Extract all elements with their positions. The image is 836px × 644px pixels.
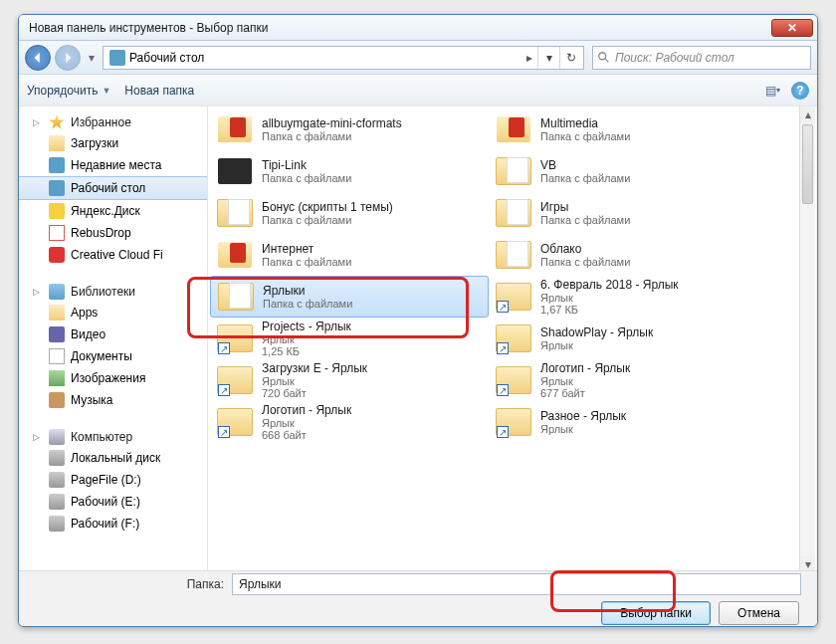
folder-icon [216, 239, 254, 271]
select-folder-button[interactable]: Выбор папки [601, 601, 711, 625]
sidebar-item[interactable]: Локальный диск [19, 447, 207, 469]
close-button[interactable]: ✕ [771, 19, 813, 37]
folder-icon [216, 113, 254, 145]
folder-icon [217, 281, 255, 313]
scroll-thumb[interactable] [802, 124, 813, 204]
svg-point-0 [599, 52, 606, 59]
sidebar-group-lib[interactable]: ▷Библиотеки [19, 282, 207, 302]
file-item[interactable]: MultimediaПапка с файлами [489, 108, 767, 150]
sidebar-item[interactable]: Музыка [19, 389, 207, 411]
file-item[interactable]: ↗ Логотип - ЯрлыкЯрлык677 байт [489, 359, 767, 401]
help-button[interactable]: ? [791, 82, 809, 100]
sidebar-item[interactable]: RebusDrop [19, 222, 207, 244]
file-item[interactable]: allbuymgate-mini-cformatsПапка с файлами [210, 108, 489, 150]
sidebar-item[interactable]: Рабочий (F:) [19, 513, 207, 535]
body: ▷ИзбранноеЗагрузкиНедавние местаРабочий … [19, 107, 817, 572]
folder-icon: ↗ [495, 406, 532, 438]
file-item[interactable]: ↗ Загрузки Е - ЯрлыкЯрлык720 байт [210, 359, 489, 401]
nav-history-dropdown[interactable]: ▾ [85, 47, 99, 69]
scroll-up-button[interactable]: ▴ [800, 107, 815, 122]
folder-input[interactable] [232, 573, 801, 595]
search-icon [597, 51, 611, 65]
nav-back-button[interactable] [25, 45, 51, 71]
view-options-button[interactable]: ▤▾ [761, 81, 783, 101]
folder-icon: ↗ [495, 364, 532, 396]
sidebar: ▷ИзбранноеЗагрузкиНедавние местаРабочий … [19, 107, 208, 572]
new-folder-button[interactable]: Новая папка [124, 84, 194, 98]
folder-icon: ↗ [216, 406, 254, 438]
file-item[interactable]: ↗ Projects - ЯрлыкЯрлык1,25 КБ [210, 318, 489, 359]
file-item[interactable]: ЯрлыкиПапка с файлами [210, 276, 489, 318]
toolbar: Упорядочить▼ Новая папка ▤▾ ? [19, 75, 817, 107]
search-box[interactable]: Поиск: Рабочий стол [592, 46, 811, 70]
folder-icon: ↗ [495, 322, 532, 354]
folder-icon [216, 155, 254, 187]
sidebar-item[interactable]: Загрузки [19, 132, 207, 154]
folder-icon: ↗ [216, 364, 254, 396]
content-area: allbuymgate-mini-cformatsПапка с файлами… [208, 107, 817, 572]
sidebar-item[interactable]: Рабочий (E:) [19, 491, 207, 513]
nav-forward-button[interactable] [55, 45, 81, 71]
sidebar-item[interactable]: Изображения [19, 367, 207, 389]
dialog-window: Новая панель инструментов - Выбор папки … [18, 14, 818, 627]
folder-icon [495, 113, 532, 145]
sidebar-item[interactable]: Недавние места [19, 154, 207, 176]
folder-icon [216, 197, 254, 229]
organize-button[interactable]: Упорядочить▼ [27, 84, 110, 98]
address-bar[interactable]: Рабочий стол ▸ ▾ ↻ [103, 46, 584, 70]
address-text: Рабочий стол [129, 51, 522, 65]
cancel-button[interactable]: Отмена [719, 601, 799, 625]
file-item[interactable]: ОблакоПапка с файлами [489, 234, 767, 276]
sidebar-group-comp[interactable]: ▷Компьютер [19, 427, 207, 447]
footer: Папка: Выбор папки Отмена [19, 570, 817, 626]
file-item[interactable]: Tipi-LinkПапка с файлами [210, 150, 489, 192]
folder-icon [495, 239, 532, 271]
sidebar-group-fav[interactable]: ▷Избранное [19, 112, 207, 132]
desktop-icon [109, 50, 125, 66]
window-title: Новая панель инструментов - Выбор папки [23, 21, 771, 35]
sidebar-item[interactable]: Документы [19, 345, 207, 367]
search-placeholder: Поиск: Рабочий стол [611, 51, 806, 65]
navbar: ▾ Рабочий стол ▸ ▾ ↻ Поиск: Рабочий стол [19, 41, 817, 75]
file-item[interactable]: ↗ Разное - ЯрлыкЯрлык [489, 401, 767, 443]
sidebar-item[interactable]: Creative Cloud Fi [19, 244, 207, 266]
folder-icon [495, 155, 532, 187]
file-item[interactable]: VBПапка с файлами [489, 150, 767, 192]
chevron-right-icon[interactable]: ▸ [522, 51, 537, 65]
file-item[interactable]: ↗ ShadowPlay - ЯрлыкЯрлык [489, 318, 767, 359]
file-item[interactable]: ↗ Логотип - ЯрлыкЯрлык668 байт [210, 401, 489, 443]
scrollbar: ▴ ▾ [799, 107, 815, 572]
sidebar-item[interactable]: Яндекс.Диск [19, 200, 207, 222]
file-item[interactable]: ↗ 6. Февраль 2018 - ЯрлыкЯрлык1,67 КБ [489, 276, 767, 318]
sidebar-item[interactable]: Видео [19, 323, 207, 345]
file-item[interactable]: ИгрыПапка с файлами [489, 192, 767, 234]
titlebar: Новая панель инструментов - Выбор папки … [19, 15, 817, 41]
folder-label: Папка: [35, 577, 224, 591]
refresh-button[interactable]: ↻ [559, 47, 581, 69]
folder-icon: ↗ [495, 281, 532, 313]
sidebar-item[interactable]: PageFile (D:) [19, 469, 207, 491]
file-item[interactable]: Бонус (скрипты 1 темы)Папка с файлами [210, 192, 489, 234]
sidebar-item[interactable]: Apps [19, 302, 207, 323]
sidebar-item[interactable]: Рабочий стол [19, 176, 207, 200]
folder-icon: ↗ [216, 322, 254, 354]
folder-icon [495, 197, 532, 229]
address-dropdown-button[interactable]: ▾ [537, 47, 559, 69]
file-item[interactable]: ИнтернетПапка с файлами [210, 234, 489, 276]
